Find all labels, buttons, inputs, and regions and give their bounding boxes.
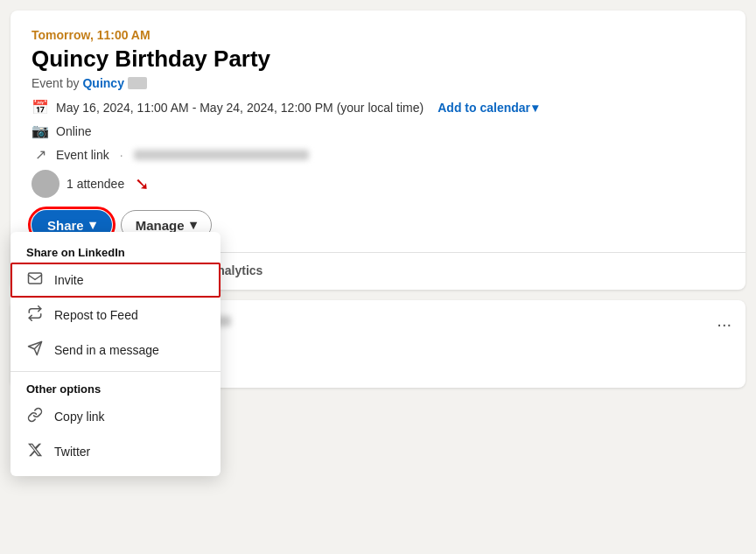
invite-label: Invite [54, 273, 83, 287]
dropdown-section1-title: Share on LinkedIn [10, 239, 220, 263]
dropdown-send-message-item[interactable]: Send in a message [10, 333, 220, 368]
avatar [32, 170, 60, 198]
dropdown-copy-link-item[interactable]: Copy link [10, 399, 220, 434]
attendee-count[interactable]: 1 attendee [66, 177, 124, 191]
event-link-label: Event link [56, 148, 109, 162]
dropdown-divider [10, 371, 220, 372]
copy-link-icon [26, 407, 44, 426]
location-label: Online [56, 124, 91, 138]
organizer-avatar-blurred [128, 77, 147, 89]
add-to-calendar-button[interactable]: Add to calendar ▾ [438, 101, 538, 115]
dropdown-twitter-item[interactable]: Twitter [10, 434, 220, 469]
dropdown-invite-item[interactable]: Invite [10, 263, 220, 298]
twitter-label: Twitter [54, 445, 90, 459]
dropdown-section2-title: Other options [10, 375, 220, 399]
event-time: Tomorrow, 11:00 AM [32, 28, 724, 42]
location-row: 📷 Online [32, 123, 724, 139]
copy-link-label: Copy link [54, 410, 105, 424]
event-link-row: ↗ Event link · [32, 146, 724, 163]
repost-label: Repost to Feed [54, 308, 138, 322]
send-message-icon [26, 340, 44, 360]
attendee-row: 1 attendee ➘ [32, 170, 724, 198]
link-icon: ↗ [32, 146, 49, 163]
event-by-label: Event by [32, 76, 79, 90]
event-link-blurred [134, 150, 309, 160]
red-arrow-icon: ➘ [135, 173, 150, 194]
chevron-down-icon: ▾ [532, 101, 538, 115]
event-title: Quincy Birthday Party [32, 46, 724, 73]
share-dropdown: Share on LinkedIn Invite Repost to Feed [10, 232, 220, 476]
date-range: May 16, 2024, 11:00 AM - May 24, 2024, 1… [56, 101, 424, 115]
invite-icon [26, 270, 44, 290]
repost-icon [26, 305, 44, 325]
more-options-button[interactable]: ··· [717, 314, 732, 334]
twitter-x-icon [26, 442, 44, 461]
video-icon: 📷 [32, 123, 49, 139]
svg-rect-0 [29, 273, 42, 284]
chevron-down-icon: ▾ [89, 217, 96, 233]
calendar-icon: 📅 [32, 99, 49, 116]
send-message-label: Send in a message [54, 343, 159, 357]
chevron-down-icon: ▾ [190, 217, 197, 233]
date-row: 📅 May 16, 2024, 11:00 AM - May 24, 2024,… [32, 99, 724, 116]
organizer-name[interactable]: Quincy [82, 76, 123, 90]
event-by-row: Event by Quincy [32, 76, 724, 90]
dropdown-repost-item[interactable]: Repost to Feed [10, 298, 220, 333]
